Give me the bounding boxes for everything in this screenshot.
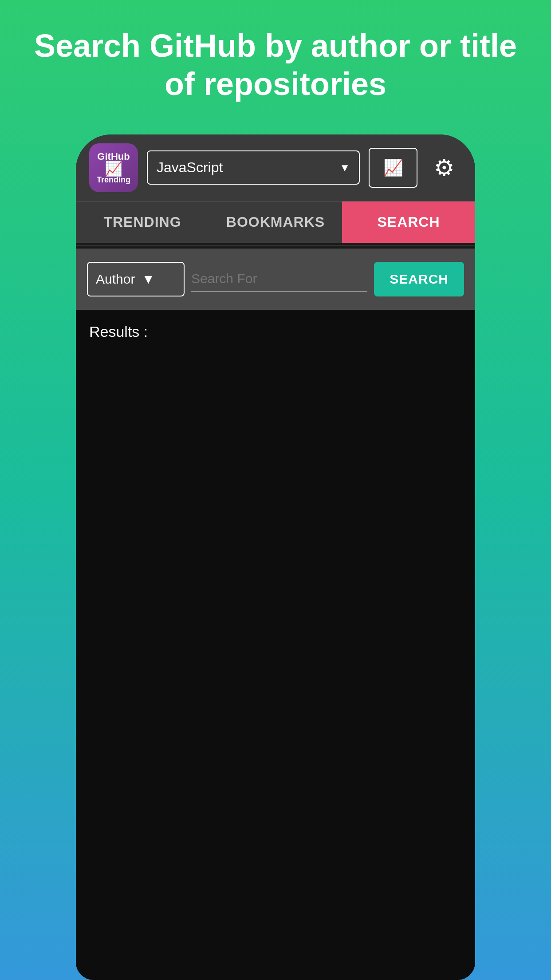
search-type-dropdown[interactable]: Author ▼ xyxy=(87,262,185,296)
phone-frame: GitHub 📈 Trending JavaScript ▼ 📈 ⚙ TREND… xyxy=(76,134,475,980)
chevron-down-icon: ▼ xyxy=(339,162,350,174)
tab-bar: TRENDING BOOKMARKS SEARCH xyxy=(76,201,475,243)
search-input-container xyxy=(191,267,367,292)
chart-icon: 📈 xyxy=(383,158,403,177)
search-button[interactable]: SEARCH xyxy=(374,262,464,296)
hero-title: Search GitHub by author or title of repo… xyxy=(0,0,551,121)
trending-up-icon: 📈 xyxy=(105,162,122,176)
settings-button[interactable]: ⚙ xyxy=(426,150,462,186)
search-input[interactable] xyxy=(191,271,367,286)
tab-trending[interactable]: TRENDING xyxy=(76,202,209,243)
logo-github-text: GitHub xyxy=(97,152,130,162)
search-area: Author ▼ SEARCH xyxy=(76,249,475,310)
divider xyxy=(76,245,475,246)
app-header: GitHub 📈 Trending JavaScript ▼ 📈 ⚙ xyxy=(76,134,475,201)
language-selected: JavaScript xyxy=(157,159,223,176)
tab-bookmarks[interactable]: BOOKMARKS xyxy=(209,202,342,243)
logo-trending-text: Trending xyxy=(97,176,130,184)
language-dropdown[interactable]: JavaScript ▼ xyxy=(147,150,360,185)
results-label: Results : xyxy=(89,323,148,340)
app-logo: GitHub 📈 Trending xyxy=(89,143,138,192)
gear-icon: ⚙ xyxy=(434,154,455,181)
chart-button[interactable]: 📈 xyxy=(369,148,417,188)
search-type-selected: Author xyxy=(96,272,135,287)
tab-search[interactable]: SEARCH xyxy=(342,202,475,243)
search-type-chevron-icon: ▼ xyxy=(142,272,155,287)
search-row: Author ▼ SEARCH xyxy=(87,262,464,296)
results-area: Results : xyxy=(76,310,475,980)
results-content xyxy=(89,340,462,695)
